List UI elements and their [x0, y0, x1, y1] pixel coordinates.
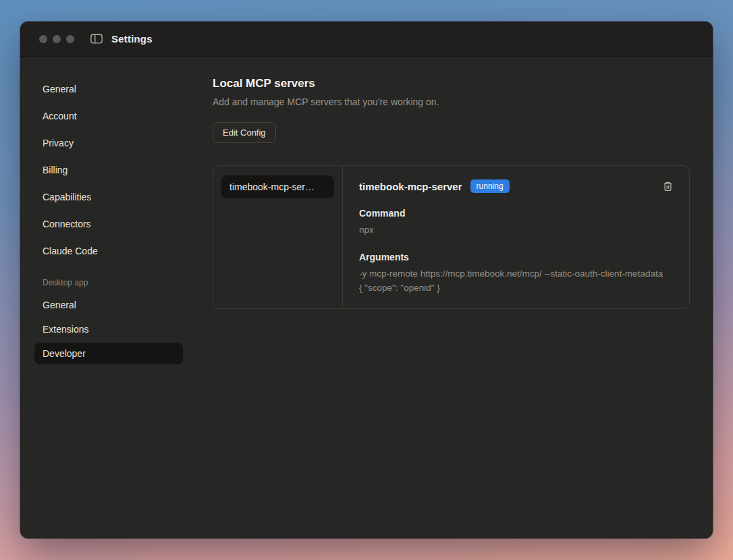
sidebar-item-general[interactable]: General [34, 78, 183, 100]
page-title: Local MCP servers [213, 77, 690, 90]
server-name: timebook-mcp-server [359, 181, 462, 192]
window-zoom-button[interactable] [66, 35, 74, 43]
sidebar-section-desktop-app: Desktop app [34, 278, 213, 287]
window-close-button[interactable] [39, 35, 47, 43]
delete-server-button[interactable] [660, 178, 676, 196]
server-header: timebook-mcp-server running [359, 179, 673, 193]
trash-icon [663, 181, 673, 192]
mcp-server-list: timebook-mcp-ser… [213, 166, 343, 308]
developer-settings-panel: Local MCP servers Add and manage MCP ser… [213, 57, 713, 538]
sidebar-item-capabilities[interactable]: Capabilities [34, 186, 183, 208]
edit-config-button[interactable]: Edit Config [213, 122, 276, 143]
sidebar-item-desktop-general[interactable]: General [34, 294, 183, 316]
settings-sidebar: General Account Privacy Billing Capabili… [20, 57, 213, 538]
sidebar-item-account[interactable]: Account [34, 105, 183, 127]
sidebar-item-connectors[interactable]: Connectors [34, 213, 183, 235]
sidebar-item-privacy[interactable]: Privacy [34, 132, 183, 154]
sidebar-toggle-icon[interactable] [90, 34, 103, 44]
sidebar-item-claude-code[interactable]: Claude Code [34, 240, 183, 262]
command-label: Command [359, 208, 673, 219]
arguments-label: Arguments [359, 252, 673, 262]
titlebar: Settings [20, 22, 713, 57]
mcp-server-card: timebook-mcp-ser… timebook-mcp-server ru… [213, 165, 690, 309]
window-controls [39, 35, 74, 43]
window-minimize-button[interactable] [53, 35, 61, 43]
sidebar-item-billing[interactable]: Billing [34, 159, 183, 181]
command-value: npx [359, 223, 666, 237]
mcp-server-detail: timebook-mcp-server running Command [343, 166, 689, 308]
window-title: Settings [111, 33, 153, 45]
settings-window: Settings General Account Privacy Billing… [20, 22, 713, 538]
settings-content: General Account Privacy Billing Capabili… [20, 57, 713, 538]
server-list-item-timebook[interactable]: timebook-mcp-ser… [221, 175, 334, 198]
sidebar-item-extensions[interactable]: Extensions [34, 318, 183, 340]
page-subtitle: Add and manage MCP servers that you're w… [213, 96, 690, 107]
sidebar-desktop-group: General Extensions Developer [34, 294, 213, 364]
status-badge: running [470, 179, 510, 193]
sidebar-item-developer[interactable]: Developer [34, 343, 183, 364]
arguments-value: -y mcp-remote https://mcp.timebook.net/m… [359, 267, 666, 295]
